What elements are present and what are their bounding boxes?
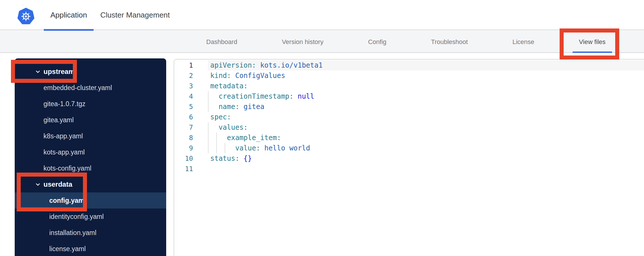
code-token-key: creationTimestamp: [210,92,293,100]
tree-folder-userdata[interactable]: userdata [15,176,166,192]
top-tab-label: Application [50,11,87,20]
tree-file-license-yaml[interactable]: license.yaml [15,241,166,256]
folder-label: upstream [43,68,75,76]
code-line-3[interactable]: 3metadata: [174,81,644,91]
code-line-10[interactable]: 10status: {} [174,153,644,164]
app-tab-view-files[interactable]: View files [579,31,606,53]
line-number: 4 [174,91,193,102]
top-nav-tabs: ApplicationCluster Management [44,0,177,30]
app-tab-label: License [512,38,534,46]
chevron-down-icon [35,182,40,187]
app-tab-license[interactable]: License [512,31,534,53]
line-number: 7 [174,122,193,133]
code-line-9[interactable]: 9 value: hello world [174,143,644,153]
code-line-2[interactable]: 2kind: ConfigValues [174,70,644,81]
code-token-key: values: [210,123,248,131]
code-token-key: example_item: [210,134,281,142]
tree-file-config-yaml[interactable]: config.yaml [15,192,166,209]
app-tab-config[interactable]: Config [368,31,387,53]
file-label: installation.yaml [49,229,96,237]
tree-file-identityconfig-yaml[interactable]: identityconfig.yaml [15,209,166,225]
line-number: 8 [174,133,193,143]
tree-file-gitea-1-0-7-tgz[interactable]: gitea-1.0.7.tgz [15,96,166,112]
file-label: kots-config.yaml [43,165,91,172]
code-token-key: spec: [210,113,231,121]
indent-guide [208,122,209,133]
app-tab-dashboard[interactable]: Dashboard [206,31,237,53]
code-line-6[interactable]: 6spec: [174,112,644,122]
kubernetes-logo-icon [17,8,35,25]
file-label: gitea.yaml [43,116,74,124]
kots-admin-console: ApplicationCluster Management DashboardV… [0,0,644,256]
code-line-8[interactable]: 8 example_item: [174,133,644,143]
indent-guide [216,133,217,143]
indent-guide [216,143,217,153]
code-token-atom: null [293,92,314,100]
tree-file-kots-config-yaml[interactable]: kots-config.yaml [15,160,166,176]
app-tab-version-history[interactable]: Version history [282,31,323,53]
code-line-7[interactable]: 7 values: [174,122,644,133]
indent-guide [208,91,209,102]
tree-file-gitea-yaml[interactable]: gitea.yaml [15,112,166,128]
app-tab-label: View files [579,38,606,46]
code-text: values: [210,123,248,131]
code-text: kind: ConfigValues [210,72,285,80]
line-number: 2 [174,70,193,81]
file-label: kots-app.yaml [43,148,85,156]
code-token-key: apiVersion: [210,61,256,69]
code-token-key: value: [210,144,260,152]
code-token-key: metadata: [210,82,248,90]
app-tab-label: Version history [282,38,323,46]
tree-file-kots-app-yaml[interactable]: kots-app.yaml [15,144,166,160]
file-tree-sidebar: upstreamembedded-cluster.yamlgitea-1.0.7… [15,58,166,256]
line-number: 10 [174,153,193,164]
yaml-code-viewer[interactable]: 1apiVersion: kots.io/v1beta12kind: Confi… [174,59,644,256]
code-text: name: gitea [210,103,264,111]
code-line-4[interactable]: 4 creationTimestamp: null [174,91,644,102]
code-token-value: hello world [260,144,310,152]
code-token-key: status: [210,154,239,163]
folder-label: userdata [43,180,72,188]
app-tab-label: Dashboard [206,38,237,46]
app-tab-label: Troubleshoot [431,38,468,46]
code-line-5[interactable]: 5 name: gitea [174,102,644,112]
tree-folder-upstream[interactable]: upstream [15,64,166,80]
app-nav: DashboardVersion historyConfigTroublesho… [0,31,644,53]
indent-guide [225,143,225,153]
code-token-atom: {} [239,154,252,163]
file-label: config.yaml [49,197,86,205]
file-label: identityconfig.yaml [49,213,104,221]
code-text: apiVersion: kots.io/v1beta1 [210,61,323,69]
code-text: creationTimestamp: null [210,92,314,100]
tree-file-embedded-cluster-yaml[interactable]: embedded-cluster.yaml [15,80,166,96]
code-token-value: gitea [239,103,264,111]
code-token-key: name: [210,103,239,111]
code-token-value: kots.io/v1beta1 [256,61,323,69]
tree-file-k8s-app-yaml[interactable]: k8s-app.yaml [15,128,166,144]
line-number: 3 [174,81,193,91]
file-label: license.yaml [49,245,86,253]
code-token-value: ConfigValues [231,72,285,80]
indent-guide [208,133,209,143]
indent-guide [208,102,209,112]
line-number: 1 [174,60,193,70]
app-tab-troubleshoot[interactable]: Troubleshoot [431,31,468,53]
indent-guide [208,143,209,153]
top-tab-application[interactable]: Application [44,0,94,30]
tree-file-installation-yaml[interactable]: installation.yaml [15,225,166,241]
line-number: 11 [174,164,193,174]
code-token-key: kind: [210,72,231,80]
code-text: metadata: [210,82,248,90]
app-tab-label: Config [368,38,387,46]
code-text: example_item: [210,134,281,142]
top-tab-label: Cluster Management [100,11,170,20]
code-line-11[interactable]: 11 [174,164,644,174]
code-text: value: hello world [210,144,310,152]
active-tab-underline [573,51,612,53]
app-nav-tabs: DashboardVersion historyConfigTroublesho… [206,31,606,53]
line-number: 6 [174,112,193,122]
top-tab-cluster-management[interactable]: Cluster Management [94,0,176,30]
file-label: gitea-1.0.7.tgz [43,100,86,108]
code-text: status: {} [210,154,252,163]
code-line-1[interactable]: 1apiVersion: kots.io/v1beta1 [174,60,644,70]
